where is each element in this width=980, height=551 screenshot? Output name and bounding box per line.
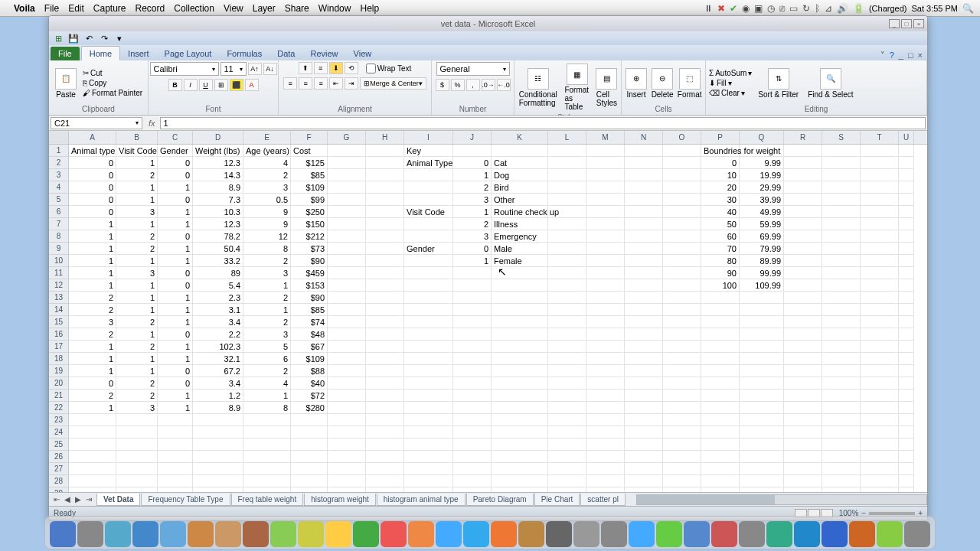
cell[interactable]	[740, 475, 784, 487]
cell[interactable]	[625, 230, 663, 243]
indent-inc-icon[interactable]: ⇥	[345, 77, 358, 90]
cell[interactable]	[861, 414, 899, 426]
cell[interactable]	[548, 145, 586, 157]
cell[interactable]	[453, 451, 492, 463]
cell[interactable]: 2	[116, 390, 158, 402]
cell[interactable]: 67.2	[193, 365, 243, 377]
cell[interactable]: 0	[158, 365, 193, 377]
cell[interactable]	[328, 230, 366, 243]
format-cells-button[interactable]: ⬚Format	[677, 67, 702, 100]
cell[interactable]: 1	[116, 328, 158, 341]
cell[interactable]: 1	[69, 243, 116, 255]
cell[interactable]	[822, 279, 861, 292]
cell[interactable]: 1	[69, 402, 116, 414]
cell[interactable]	[366, 439, 404, 451]
row-header[interactable]: 23	[49, 414, 68, 426]
cell[interactable]	[625, 316, 663, 328]
dock-app-icon[interactable]	[518, 521, 544, 547]
cell[interactable]	[701, 451, 740, 463]
cell[interactable]	[404, 426, 453, 439]
cell[interactable]	[328, 402, 366, 414]
cell[interactable]	[784, 267, 822, 279]
sheet-tab[interactable]: histogram animal type	[377, 494, 466, 506]
select-all-corner[interactable]	[49, 131, 68, 145]
close-button[interactable]: ×	[913, 19, 924, 28]
dock-app-icon[interactable]	[711, 521, 737, 547]
cell[interactable]	[548, 316, 586, 328]
cell[interactable]	[663, 243, 701, 255]
cell[interactable]	[586, 414, 625, 426]
cell[interactable]	[328, 255, 366, 267]
dock-app-icon[interactable]	[325, 521, 351, 547]
cell[interactable]	[366, 426, 404, 439]
cell[interactable]	[784, 341, 822, 353]
cell[interactable]: $109	[291, 181, 328, 194]
cell[interactable]	[243, 414, 291, 426]
cell[interactable]	[784, 206, 822, 218]
row-header[interactable]: 1	[49, 145, 68, 157]
cell[interactable]: 1	[158, 390, 193, 402]
cell[interactable]	[548, 328, 586, 341]
cell[interactable]	[586, 255, 625, 267]
column-header-R[interactable]: R	[784, 131, 822, 144]
cell[interactable]	[740, 304, 784, 316]
cell[interactable]	[453, 145, 492, 157]
cell[interactable]: $250	[291, 206, 328, 218]
cell[interactable]: 3	[453, 194, 492, 206]
cell[interactable]: Animal type	[69, 145, 116, 157]
column-header-J[interactable]: J	[453, 131, 492, 144]
cell[interactable]	[328, 487, 366, 492]
copy-button[interactable]: ⎘ Copy	[83, 79, 142, 87]
cell[interactable]: 10.3	[193, 206, 243, 218]
cell[interactable]	[366, 255, 404, 267]
cell[interactable]	[328, 218, 366, 230]
cell[interactable]: 2	[243, 365, 291, 377]
cell[interactable]: 1	[69, 353, 116, 365]
dock-app-icon[interactable]	[739, 521, 765, 547]
cell[interactable]	[861, 255, 899, 267]
cell[interactable]: 8	[243, 243, 291, 255]
cell[interactable]	[366, 267, 404, 279]
cell[interactable]	[453, 487, 492, 492]
cell[interactable]	[548, 157, 586, 169]
cell[interactable]	[158, 426, 193, 439]
cell[interactable]	[625, 414, 663, 426]
cell[interactable]: Bird	[492, 181, 548, 194]
cell[interactable]	[701, 377, 740, 390]
cell[interactable]	[663, 463, 701, 475]
cell[interactable]: 1	[158, 218, 193, 230]
cell[interactable]	[404, 230, 453, 243]
status-icon-4[interactable]: ⎚	[779, 3, 785, 14]
cell[interactable]	[822, 292, 861, 304]
cell[interactable]	[899, 181, 914, 194]
cell[interactable]	[328, 377, 366, 390]
cell[interactable]: 1	[158, 181, 193, 194]
cell[interactable]	[861, 279, 899, 292]
help-icon[interactable]: ?	[890, 51, 894, 60]
cell[interactable]	[861, 390, 899, 402]
column-header-A[interactable]: A	[69, 131, 116, 144]
cell[interactable]	[243, 426, 291, 439]
cell[interactable]	[784, 169, 822, 181]
cell[interactable]	[861, 181, 899, 194]
cell[interactable]	[492, 414, 548, 426]
cell[interactable]	[548, 439, 586, 451]
dock-app-icon[interactable]	[573, 521, 599, 547]
row-header[interactable]: 9	[49, 243, 68, 255]
redo-icon[interactable]: ↷	[98, 32, 110, 44]
cell[interactable]	[158, 487, 193, 492]
cell[interactable]: 2.3	[193, 292, 243, 304]
cell[interactable]	[193, 475, 243, 487]
cell[interactable]	[586, 487, 625, 492]
sync-icon[interactable]: ↻	[802, 3, 810, 14]
zoom-slider[interactable]	[869, 512, 915, 515]
cell[interactable]	[625, 243, 663, 255]
status-icon-2[interactable]: ▣	[754, 3, 763, 14]
cell[interactable]	[861, 243, 899, 255]
cell[interactable]	[822, 157, 861, 169]
cell[interactable]: $90	[291, 292, 328, 304]
cell[interactable]	[663, 169, 701, 181]
cell[interactable]	[899, 328, 914, 341]
cell[interactable]	[784, 243, 822, 255]
cell[interactable]: 1	[116, 255, 158, 267]
